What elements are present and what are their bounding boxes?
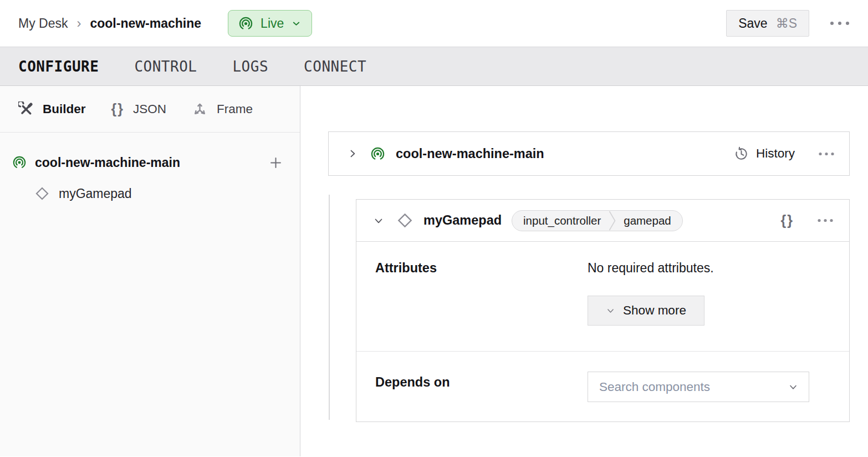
view-builder-label: Builder <box>43 102 86 116</box>
view-switcher: Builder {} JSON Frame <box>0 86 300 133</box>
tree-item-label: cool-new-machine-main <box>35 155 180 170</box>
edit-json-button[interactable]: {} <box>781 212 794 228</box>
broadcast-icon <box>370 146 385 161</box>
chevron-down-icon <box>606 306 615 316</box>
app-window: My Desk › cool-new-machine Live Save ⌘S <box>0 0 868 457</box>
broadcast-icon <box>238 16 253 31</box>
component-tree: cool-new-machine-main myGamepad <box>0 133 300 207</box>
history-button[interactable]: History <box>734 146 795 161</box>
tab-control[interactable]: CONTROL <box>134 58 197 75</box>
history-label: History <box>756 146 795 161</box>
view-builder[interactable]: Builder <box>18 101 86 117</box>
machine-part-card: cool-new-machine-main History <box>328 131 850 176</box>
badge-divider-chevron-icon <box>609 211 616 231</box>
view-json[interactable]: {} JSON <box>111 101 166 117</box>
attributes-label: Attributes <box>375 257 588 326</box>
tools-icon <box>18 101 34 117</box>
collapse-chevron-down-icon[interactable] <box>373 215 384 226</box>
attributes-section: Attributes No required attributes. Show … <box>356 242 849 352</box>
save-button[interactable]: Save ⌘S <box>726 10 809 37</box>
depends-on-select[interactable]: Search components <box>588 372 809 402</box>
attributes-empty-text: No required attributes. <box>588 257 714 276</box>
diamond-icon <box>34 186 50 201</box>
component-card: myGamepad input_controller gamepad {} A <box>356 199 850 422</box>
component-type-badge: input_controller gamepad <box>512 210 683 231</box>
breadcrumb: My Desk › cool-new-machine <box>18 16 201 31</box>
expand-chevron-right-icon[interactable] <box>347 148 358 159</box>
live-status-dropdown[interactable]: Live <box>228 10 312 37</box>
tree-item-machine-part[interactable]: cool-new-machine-main <box>12 149 288 176</box>
component-card-header: myGamepad input_controller gamepad {} <box>356 200 849 242</box>
top-bar: My Desk › cool-new-machine Live Save ⌘S <box>0 0 868 47</box>
tree-indent-guide <box>329 195 330 420</box>
show-more-button[interactable]: Show more <box>588 296 704 326</box>
component-card-menu-button[interactable] <box>816 215 835 226</box>
tab-configure[interactable]: CONFIGURE <box>18 58 99 75</box>
braces-icon: {} <box>111 101 124 117</box>
broadcast-icon <box>12 155 27 170</box>
view-frame[interactable]: Frame <box>192 101 253 117</box>
depends-on-placeholder: Search components <box>599 380 710 394</box>
save-shortcut: ⌘S <box>776 16 797 31</box>
frame-axes-icon <box>192 101 208 117</box>
component-title: myGamepad <box>423 213 502 228</box>
breadcrumb-parent-link[interactable]: My Desk <box>18 16 68 31</box>
more-actions-button[interactable] <box>828 18 851 29</box>
config-main-panel: cool-new-machine-main History <box>300 86 868 456</box>
tree-item-label: myGamepad <box>59 186 132 201</box>
view-frame-label: Frame <box>217 102 253 116</box>
tree-item-component[interactable]: myGamepad <box>12 180 288 207</box>
config-sidebar: Builder {} JSON Frame <box>0 86 300 456</box>
chevron-down-icon <box>788 382 799 393</box>
save-button-label: Save <box>738 16 767 31</box>
view-json-label: JSON <box>133 102 166 116</box>
live-status-label: Live <box>261 16 284 31</box>
breadcrumb-separator-icon: › <box>76 16 81 31</box>
component-type: input_controller <box>523 214 601 227</box>
tab-connect[interactable]: CONNECT <box>304 58 366 75</box>
depends-on-section: Depends on Search components <box>356 352 849 422</box>
main-tab-bar: CONFIGURE CONTROL LOGS CONNECT <box>0 47 868 86</box>
diamond-icon <box>396 212 413 229</box>
tab-logs[interactable]: LOGS <box>232 58 268 75</box>
machine-part-title: cool-new-machine-main <box>396 146 544 161</box>
component-model: gamepad <box>624 214 671 227</box>
part-card-menu-button[interactable] <box>817 149 836 159</box>
breadcrumb-current: cool-new-machine <box>90 16 201 31</box>
show-more-label: Show more <box>623 303 686 318</box>
history-icon <box>734 146 749 161</box>
chevron-down-icon <box>291 18 302 29</box>
depends-on-label: Depends on <box>375 372 588 422</box>
add-component-button[interactable] <box>266 153 285 172</box>
